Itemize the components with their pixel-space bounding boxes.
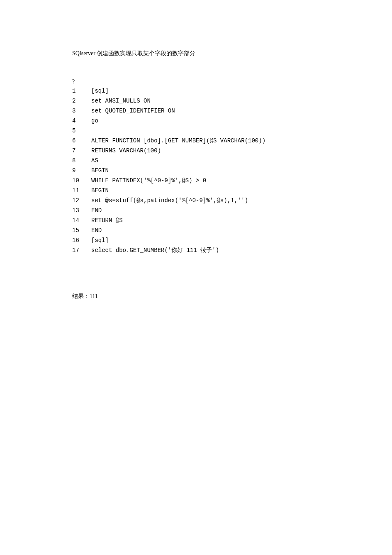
line-number: 4	[72, 116, 91, 126]
line-number: 5	[72, 126, 91, 136]
code-text: RETURN @S	[91, 215, 265, 225]
code-text: set ANSI_NULLS ON	[91, 96, 265, 106]
code-text: END	[91, 225, 265, 235]
code-line: 5	[72, 126, 265, 136]
code-text: BEGIN	[91, 186, 265, 196]
page-title: SQlserver 创建函数实现只取某个字段的数字部分	[72, 49, 359, 58]
line-number: 11	[72, 186, 91, 196]
code-text: AS	[91, 156, 265, 166]
code-text: WHILE PATINDEX('%[^0-9]%',@S) > 0	[91, 176, 265, 186]
code-text: END	[91, 205, 265, 215]
code-line: 15 END	[72, 225, 265, 235]
line-number: 7	[72, 146, 91, 156]
line-number: 8	[72, 156, 91, 166]
code-text: BEGIN	[91, 166, 265, 176]
code-line: 12 set @s=stuff(@s,patindex('%[^0-9]%',@…	[72, 196, 265, 205]
code-line: 3 set QUOTED_IDENTIFIER ON	[72, 106, 265, 116]
code-block: 1 [sql] 2 set ANSI_NULLS ON 3 set QUOTED…	[72, 86, 265, 255]
line-number: 10	[72, 176, 91, 186]
code-line: 11 BEGIN	[72, 186, 265, 196]
code-line: 16 [sql]	[72, 235, 265, 245]
code-line: 10 WHILE PATINDEX('%[^0-9]%',@S) > 0	[72, 176, 265, 186]
line-number: 14	[72, 215, 91, 225]
line-number: 1	[72, 86, 91, 96]
code-text: select dbo.GET_NUMBER('你好 111 犊子')	[91, 245, 265, 255]
code-text: RETURNS VARCHAR(100)	[91, 146, 265, 156]
code-text: [sql]	[91, 86, 265, 96]
code-text	[91, 126, 265, 136]
line-number: 6	[72, 136, 91, 146]
code-line: 6 ALTER FUNCTION [dbo].[GET_NUMBER](@S V…	[72, 136, 265, 146]
code-text: set QUOTED_IDENTIFIER ON	[91, 106, 265, 116]
code-line: 13 END	[72, 205, 265, 215]
line-number: 9	[72, 166, 91, 176]
line-number: 16	[72, 235, 91, 245]
result-text: 结果：111	[72, 293, 359, 300]
code-line: 1 [sql]	[72, 86, 265, 96]
line-number: 13	[72, 205, 91, 215]
code-line: 9 BEGIN	[72, 166, 265, 176]
code-line: 2 set ANSI_NULLS ON	[72, 96, 265, 106]
question-mark: ?	[72, 78, 359, 85]
code-text: set @s=stuff(@s,patindex('%[^0-9]%',@s),…	[91, 196, 265, 205]
line-number: 15	[72, 225, 91, 235]
code-line: 7 RETURNS VARCHAR(100)	[72, 146, 265, 156]
code-text: ALTER FUNCTION [dbo].[GET_NUMBER](@S VAR…	[91, 136, 265, 146]
line-number: 2	[72, 96, 91, 106]
code-line: 14 RETURN @S	[72, 215, 265, 225]
code-line: 8 AS	[72, 156, 265, 166]
line-number: 3	[72, 106, 91, 116]
code-text: [sql]	[91, 235, 265, 245]
code-line: 17 select dbo.GET_NUMBER('你好 111 犊子')	[72, 245, 265, 255]
code-text: go	[91, 116, 265, 126]
line-number: 12	[72, 196, 91, 205]
line-number: 17	[72, 245, 91, 255]
document-page: SQlserver 创建函数实现只取某个字段的数字部分 ? 1 [sql] 2 …	[0, 0, 392, 333]
code-line: 4 go	[72, 116, 265, 126]
